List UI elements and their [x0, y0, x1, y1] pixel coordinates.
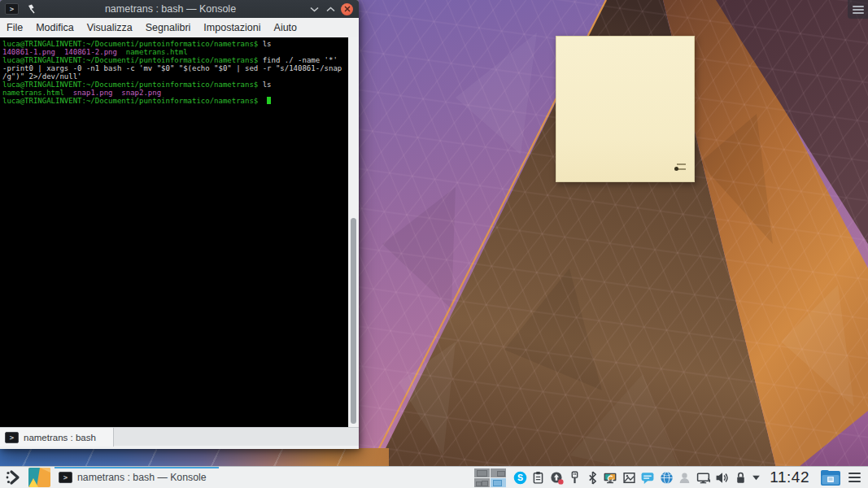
konsole-tab-icon: >	[5, 432, 19, 443]
taskbar-task-konsole[interactable]: > nametrans : bash — Konsole	[55, 467, 219, 488]
desktop-thumbnail-icon	[28, 468, 50, 487]
minimize-button[interactable]	[308, 2, 321, 16]
hamburger-icon	[848, 473, 861, 474]
kde-launcher-icon	[5, 469, 23, 486]
taskbar-panel: > nametrans : bash — Konsole S	[0, 466, 868, 488]
terminal-line: 140861-1.png 140861-2.png nametrans.html	[2, 48, 348, 56]
scrollbar-handle[interactable]	[351, 218, 356, 424]
terminal-line: -print0 | xargs -0 -n1 bash -c 'mv "$0" …	[2, 64, 348, 72]
menu-file[interactable]: File	[0, 22, 29, 33]
display-connect-icon[interactable]	[696, 471, 711, 485]
terminal-line: luca@TRINGALINVENT:~/Documenti/puntoinfo…	[2, 97, 348, 105]
window-title: nametrans : bash — Konsole	[36, 3, 305, 15]
screen-share-icon[interactable]	[603, 471, 617, 485]
terminal-line: nametrans.html snap1.png snap2.png	[2, 89, 348, 97]
terminal-line: luca@TRINGALINVENT:~/Documenti/puntoinfo…	[2, 40, 348, 48]
menu-modifica[interactable]: Modifica	[29, 22, 81, 33]
folder-view-button[interactable]	[28, 468, 50, 487]
desktop: > nametrans : bash — Konsole File Modifi…	[0, 0, 868, 488]
software-update-icon[interactable]	[550, 471, 564, 485]
clock[interactable]: 11:42	[770, 468, 809, 486]
clipboard-icon[interactable]	[531, 471, 545, 485]
desktop-toolbox-button[interactable]	[848, 0, 868, 19]
terminal-cursor	[267, 97, 271, 104]
skype-icon[interactable]: S	[513, 471, 527, 485]
terminal-line: luca@TRINGALINVENT:~/Documenti/puntoinfo…	[2, 81, 348, 89]
note-resize-handle-icon[interactable]	[674, 163, 686, 172]
close-button[interactable]	[340, 2, 354, 16]
menu-aiuto[interactable]: Aiuto	[268, 22, 304, 33]
bluetooth-icon[interactable]	[587, 471, 599, 485]
menu-impostazioni[interactable]: Impostazioni	[197, 22, 267, 33]
menu-segnalibri[interactable]: Segnalibri	[139, 22, 198, 33]
tab-label: nametrans : bash	[24, 433, 96, 442]
lock-icon[interactable]	[735, 471, 747, 485]
svg-text:S: S	[517, 473, 523, 482]
pager-desktop-2[interactable]	[491, 468, 506, 477]
pager-desktop-1[interactable]	[474, 468, 490, 477]
app-launcher-button[interactable]	[3, 468, 24, 487]
sticky-note-widget[interactable]	[556, 36, 695, 182]
konsole-task-icon: >	[59, 472, 72, 483]
close-icon	[341, 3, 353, 15]
chat-bubble-icon[interactable]	[640, 471, 655, 485]
terminal-output[interactable]: luca@TRINGALINVENT:~/Documenti/puntoinfo…	[0, 37, 348, 427]
menu-bar: File Modifica Visualizza Segnalibri Impo…	[0, 18, 359, 38]
konsole-window: > nametrans : bash — Konsole File Modifi…	[0, 0, 359, 449]
network-globe-icon[interactable]	[660, 471, 674, 485]
konsole-app-icon: >	[5, 3, 19, 15]
pager-desktop-4[interactable]	[491, 478, 506, 487]
maximize-button[interactable]	[324, 2, 338, 16]
virtual-desktop-pager[interactable]	[474, 468, 506, 487]
folder-widget-button[interactable]	[820, 469, 841, 486]
toolbox-lines-icon	[853, 6, 864, 7]
terminal-line: luca@TRINGALINVENT:~/Documenti/puntoinfo…	[2, 56, 348, 64]
pager-desktop-3[interactable]	[474, 478, 490, 487]
task-label: nametrans : bash — Konsole	[77, 472, 207, 483]
terminal-line: /g")" 2>/dev/null'	[2, 72, 348, 81]
tab-nametrans-bash[interactable]: > nametrans : bash	[0, 428, 114, 447]
user-switch-icon[interactable]	[678, 471, 691, 485]
image-frame-icon[interactable]	[622, 471, 636, 485]
tab-bar: > nametrans : bash	[0, 427, 359, 446]
volume-icon[interactable]	[715, 471, 730, 485]
system-tray: S	[513, 471, 762, 485]
blue-folder-icon	[820, 469, 841, 486]
pin-icon[interactable]	[25, 4, 36, 15]
terminal-scrollbar[interactable]	[348, 37, 359, 427]
window-titlebar[interactable]: > nametrans : bash — Konsole	[0, 0, 359, 18]
menu-visualizza[interactable]: Visualizza	[81, 22, 139, 33]
device-notifier-icon[interactable]	[568, 471, 582, 485]
panel-settings-button[interactable]	[848, 473, 861, 482]
expand-chevron-icon[interactable]	[751, 473, 761, 483]
background-window[interactable]	[0, 448, 389, 466]
